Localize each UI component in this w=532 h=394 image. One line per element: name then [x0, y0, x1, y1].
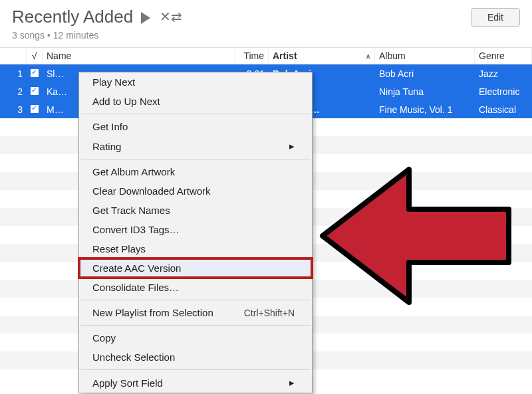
col-check[interactable]: √: [27, 48, 43, 64]
annotation-arrow-icon: [309, 163, 532, 309]
column-headers: √ Name Time Artist ∧ Album Genre: [0, 47, 532, 64]
menu-play-next[interactable]: Play Next: [79, 72, 312, 92]
col-name[interactable]: Name: [43, 48, 235, 64]
shuffle-icon[interactable]: ✕⇄: [160, 9, 182, 25]
col-number[interactable]: [0, 48, 27, 64]
col-album[interactable]: Album: [375, 48, 475, 64]
submenu-arrow-icon: ▸: [289, 377, 295, 389]
menu-copy[interactable]: Copy: [79, 328, 312, 347]
sort-asc-icon: ∧: [366, 52, 370, 60]
row-number: 1: [0, 66, 27, 82]
row-album: Fine Music, Vol. 1: [375, 102, 475, 118]
row-number: 2: [0, 84, 27, 100]
row-checkbox[interactable]: [27, 102, 43, 118]
menu-uncheck[interactable]: Uncheck Selection: [79, 347, 312, 367]
col-artist[interactable]: Artist ∧: [269, 48, 375, 64]
menu-consolidate[interactable]: Consolidate Files…: [79, 278, 312, 297]
col-artist-label: Artist: [273, 50, 297, 61]
menu-separator: [80, 325, 311, 326]
menu-separator: [80, 300, 311, 300]
page-title: Recently Added: [12, 7, 133, 27]
row-genre: Jazz: [475, 66, 532, 82]
menu-get-track-names[interactable]: Get Track Names: [79, 201, 312, 220]
menu-clear-artwork[interactable]: Clear Downloaded Artwork: [79, 181, 312, 201]
col-genre[interactable]: Genre: [475, 48, 532, 64]
menu-separator: [80, 159, 311, 159]
row-number: 3: [0, 102, 27, 118]
row-checkbox[interactable]: [27, 66, 43, 82]
menu-separator: [80, 114, 311, 114]
menu-get-info[interactable]: Get Info: [79, 117, 312, 136]
menu-convert-id3[interactable]: Convert ID3 Tags…: [79, 220, 312, 239]
row-album: Bob Acri: [375, 66, 475, 82]
menu-apply-sort-label: Apply Sort Field: [92, 377, 163, 389]
play-icon[interactable]: [141, 12, 150, 24]
row-album: Ninja Tuna: [375, 84, 475, 100]
menu-rating-label: Rating: [92, 141, 121, 152]
menu-new-playlist-label: New Playlist from Selection: [92, 307, 213, 318]
menu-shortcut: Ctrl+Shift+N: [244, 308, 295, 318]
menu-new-playlist[interactable]: New Playlist from Selection Ctrl+Shift+N: [79, 303, 312, 322]
header: Recently Added ✕⇄ Edit: [0, 0, 532, 31]
menu-add-up-next[interactable]: Add to Up Next: [79, 92, 312, 111]
subtitle: 3 songs • 12 minutes: [0, 30, 532, 41]
menu-separator: [80, 369, 311, 370]
context-menu: Play Next Add to Up Next Get Info Rating…: [78, 72, 313, 393]
row-checkbox[interactable]: [27, 84, 43, 100]
submenu-arrow-icon: ▸: [289, 140, 295, 152]
row-genre: Electronic: [475, 84, 532, 100]
col-time[interactable]: Time: [235, 48, 269, 64]
menu-get-artwork[interactable]: Get Album Artwork: [79, 162, 312, 181]
menu-rating[interactable]: Rating ▸: [79, 136, 312, 156]
edit-button[interactable]: Edit: [471, 8, 520, 27]
menu-reset-plays[interactable]: Reset Plays: [79, 239, 312, 258]
menu-apply-sort[interactable]: Apply Sort Field ▸: [79, 373, 312, 393]
row-genre: Classical: [475, 102, 532, 118]
menu-create-aac[interactable]: Create AAC Version: [79, 258, 312, 278]
